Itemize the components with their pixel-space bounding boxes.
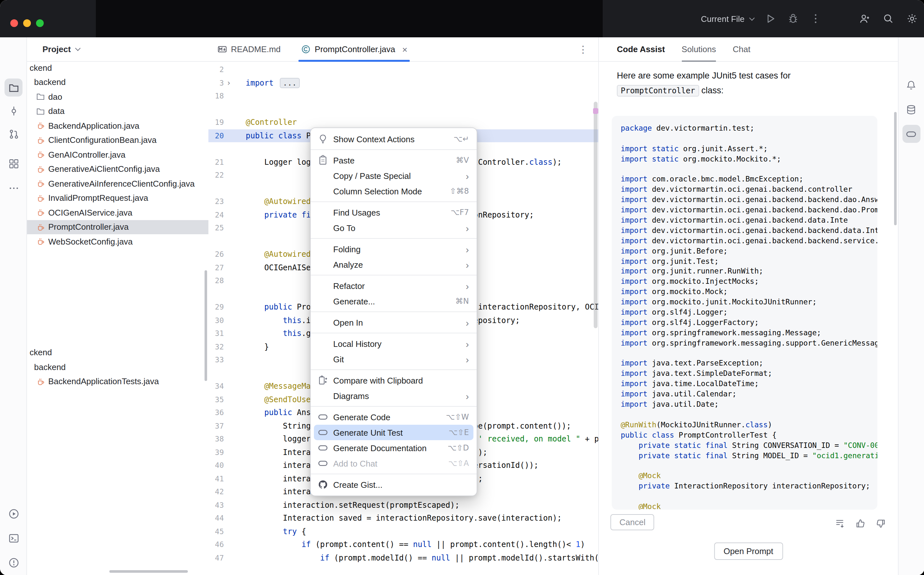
menu-item-generate-documentation[interactable]: Generate Documentation⌥⇧D (314, 440, 474, 456)
menu-item-git[interactable]: Git› (314, 351, 474, 367)
clipboard-icon (318, 155, 333, 165)
structure-tool-button[interactable] (5, 154, 22, 173)
tree-item-clientconfigurationbean-java[interactable]: ClientConfigurationBean.java (27, 133, 208, 148)
line-number: 26 (208, 250, 224, 259)
project-scrollbar-horizontal[interactable] (109, 570, 188, 572)
editor-line-19[interactable]: 19@Controller (208, 116, 598, 129)
terminal-tool-button[interactable] (5, 529, 22, 547)
oval-icon (318, 458, 333, 469)
pull-requests-tool-button[interactable] (5, 125, 22, 143)
menu-shortcut: ⌥⇧W (434, 413, 469, 421)
thumbs-down-icon[interactable] (875, 518, 886, 529)
tree-item-dao[interactable]: dao (27, 89, 208, 104)
run-button-icon[interactable] (764, 13, 776, 24)
tree-item-backendapplicationtests-java[interactable]: BackendApplicationTests.java (27, 374, 208, 389)
assist-feedback-icons (834, 518, 886, 529)
assist-tab-solutions[interactable]: Solutions (682, 37, 716, 62)
menu-item-local-history[interactable]: Local History› (314, 336, 474, 351)
tree-item-backend[interactable]: backend (27, 360, 208, 374)
java-icon (36, 165, 45, 174)
menu-item-generate-unit-test[interactable]: Generate Unit Test⌥⇧E (314, 425, 474, 440)
editor-line-45[interactable]: 45 try { (208, 525, 598, 538)
tree-item-websocketconfig-java[interactable]: WebSocketConfig.java (27, 234, 208, 249)
more-actions-icon[interactable] (810, 13, 821, 24)
assist-code-line: import dev.victormartin.oci.genai.backen… (621, 216, 877, 226)
menu-item-generate[interactable]: Generate...⌘N (314, 294, 474, 309)
titlebar: Current File (0, 0, 924, 37)
project-scrollbar-vertical[interactable] (204, 270, 207, 381)
menu-item-show-context-actions[interactable]: Show Context Actions⌥↵ (314, 131, 474, 147)
search-everywhere-icon[interactable] (882, 13, 894, 24)
editor-line-18[interactable]: 18 (208, 89, 598, 103)
close-icon[interactable]: × (403, 44, 407, 54)
menu-item-compare-with-clipboard[interactable]: Compare with Clipboard (314, 373, 474, 388)
editor-line-43[interactable]: 43 interaction.setRequest(promptEscaped)… (208, 499, 598, 511)
line-number: 47 (208, 553, 224, 562)
menu-item-go-to[interactable]: Go To› (314, 220, 474, 235)
editor-scrollbar[interactable] (594, 102, 598, 328)
menu-item-folding[interactable]: Folding› (314, 241, 474, 257)
more-tools-button[interactable] (5, 179, 22, 197)
project-tool-button[interactable] (5, 78, 22, 97)
menu-item-column-selection-mode[interactable]: Column Selection Mode⇧⌘8 (314, 183, 474, 199)
tree-item-backendapplication-java[interactable]: BackendApplication.java (27, 118, 208, 133)
tree-item-generativeaiinferenceclientconfig-java[interactable]: GenerativeAiInferenceClientConfig.java (27, 176, 208, 191)
settings-gear-icon[interactable] (906, 13, 918, 24)
tree-item-label: backend (34, 78, 66, 87)
tree-item-ckend[interactable]: ckend (27, 60, 208, 75)
problems-tool-button[interactable] (5, 553, 22, 572)
minimize-window-button[interactable] (23, 19, 31, 27)
assist-code-line: import com.oracle.bmc.model.BmcException… (621, 175, 877, 185)
menu-item-create-gist[interactable]: Create Gist... (314, 477, 474, 492)
thumbs-up-icon[interactable] (855, 518, 866, 529)
maximize-window-button[interactable] (36, 19, 44, 27)
menu-item-analyze[interactable]: Analyze› (314, 257, 474, 272)
assist-code-line: private static final String MODEL_ID = "… (621, 451, 877, 461)
tree-item-genaicontroller-java[interactable]: GenAIController.java (27, 148, 208, 162)
menu-item-paste[interactable]: Paste⌘V (314, 152, 474, 168)
menu-item-refactor[interactable]: Refactor› (314, 278, 474, 294)
tree-item-ckend[interactable]: ckend (27, 345, 208, 360)
cancel-button[interactable]: Cancel (610, 514, 655, 530)
services-tool-button[interactable] (5, 505, 22, 523)
editor-tab-promptcontroller-java[interactable]: PromptController.java× (294, 37, 415, 62)
assist-code-line: import org.junit.Before; (621, 246, 877, 256)
menu-item-find-usages[interactable]: Find Usages⌥F7 (314, 205, 474, 220)
tree-item-invalidpromptrequest-java[interactable]: InvalidPromptRequest.java (27, 191, 208, 205)
notifications-bell-icon[interactable] (902, 76, 921, 94)
assist-code-line (621, 348, 877, 359)
menu-item-diagrams[interactable]: Diagrams› (314, 388, 474, 403)
editor-tab-label: PromptController.java (315, 44, 395, 54)
editor-tabs-more-icon[interactable]: ⋮ (573, 43, 593, 55)
tree-item-data[interactable]: data (27, 104, 208, 118)
commit-tool-button[interactable] (5, 102, 22, 120)
open-prompt-button[interactable]: Open Prompt (714, 542, 783, 559)
assist-tab-chat[interactable]: Chat (733, 37, 750, 62)
insert-to-editor-icon[interactable] (834, 518, 845, 529)
debug-button-icon[interactable] (787, 13, 799, 24)
menu-item-generate-code[interactable]: Generate Code⌥⇧W (314, 409, 474, 425)
tree-item-generativeaiclientconfig-java[interactable]: GenerativeAiClientConfig.java (27, 162, 208, 176)
chevron-down-icon (75, 46, 81, 51)
project-panel-title[interactable]: Project (43, 44, 71, 54)
tree-item-ocigenaiservice-java[interactable]: OCIGenAIService.java (27, 205, 208, 220)
tree-item-label: data (48, 106, 65, 116)
menu-item-copy-paste-special[interactable]: Copy / Paste Special› (314, 168, 474, 183)
editor-line-44[interactable]: 44 Interaction saved = interactionReposi… (208, 511, 598, 525)
assist-tab-code-assist[interactable]: Code Assist (617, 37, 665, 62)
editor-line-2[interactable]: 2 (208, 63, 598, 76)
code-assist-tool-button[interactable] (902, 125, 921, 143)
database-tool-button[interactable] (902, 100, 921, 118)
editor-line-3[interactable]: 3›import ... (208, 76, 598, 89)
editor-line-47[interactable]: 47 if (prompt.modelId() == null || promp… (208, 551, 598, 564)
run-configuration-selector[interactable]: Current File (701, 14, 754, 24)
menu-item-open-in[interactable]: Open In› (314, 315, 474, 330)
code-with-me-icon[interactable] (858, 13, 870, 24)
editor-line-46[interactable]: 46 if (prompt.content() == null || promp… (208, 538, 598, 551)
tree-item-promptcontroller-java[interactable]: PromptController.java (27, 220, 208, 234)
folded-region[interactable]: ... (279, 78, 300, 88)
close-window-button[interactable] (10, 19, 18, 27)
assist-scrollbar[interactable] (894, 112, 897, 225)
tree-item-backend[interactable]: backend (27, 75, 208, 89)
editor-tab-readme-md[interactable]: README.md (210, 37, 288, 62)
